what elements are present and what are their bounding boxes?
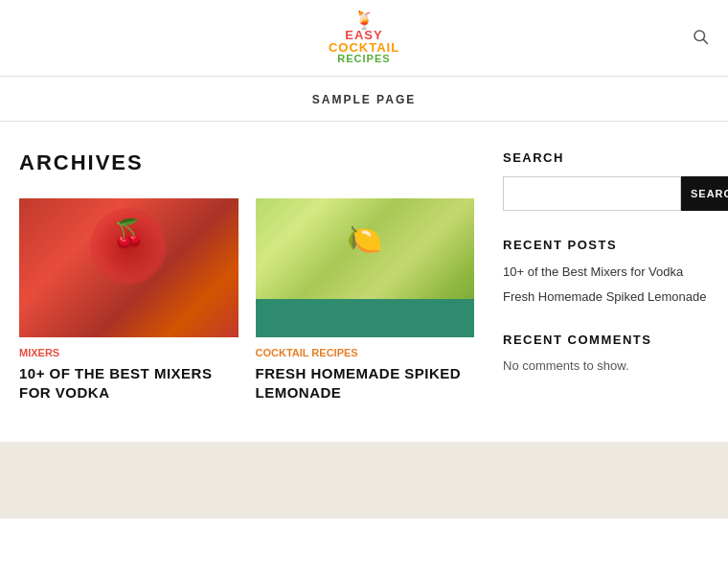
post-category: Mixers (19, 347, 239, 358)
no-comments-text: No comments to show. (503, 358, 709, 373)
post-title[interactable]: 10+ OF THE BEST MIXERS FOR VODKA (19, 364, 239, 403)
recent-post-link[interactable]: Fresh Homemade Spiked Lemonade (503, 288, 709, 306)
post-card: Mixers 10+ OF THE BEST MIXERS FOR VODKA (19, 198, 239, 403)
post-card: Cocktail Recipes FRESH HOMEMADE SPIKED L… (256, 198, 475, 403)
post-title[interactable]: FRESH HOMEMADE SPIKED LEMONADE (256, 364, 475, 403)
search-input[interactable] (503, 176, 681, 211)
recent-posts-title: RECENT POSTS (503, 238, 709, 252)
nav-sample-page[interactable]: SAMPLE PAGE (312, 93, 416, 106)
header-search-icon[interactable] (692, 28, 709, 49)
svg-line-1 (703, 39, 707, 43)
sidebar: Search SEARCH RECENT POSTS 10+ of the Be… (503, 150, 709, 403)
content-area: ARCHIVES Mixers 10+ OF THE BEST MIXERS F… (19, 150, 474, 403)
search-label: Search (503, 150, 709, 165)
recent-posts-section: RECENT POSTS 10+ of the Best Mixers for … (503, 238, 709, 306)
site-footer (0, 442, 728, 518)
search-form: SEARCH (503, 176, 709, 211)
search-button[interactable]: SEARCH (681, 176, 728, 211)
site-header: 🍹 EASY COCKTAIL RECIPES (0, 0, 728, 77)
post-image-red-drink[interactable] (19, 198, 239, 337)
sidebar-search-section: Search SEARCH (503, 150, 709, 211)
posts-grid: Mixers 10+ OF THE BEST MIXERS FOR VODKA … (19, 198, 474, 403)
recent-post-link[interactable]: 10+ of the Best Mixers for Vodka (503, 264, 709, 281)
post-image-lemonade[interactable] (256, 198, 475, 337)
site-logo[interactable]: 🍹 EASY COCKTAIL RECIPES (329, 12, 399, 64)
archives-title: ARCHIVES (19, 150, 474, 175)
logo-recipes-text: RECIPES (337, 54, 390, 64)
recent-comments-section: RECENT COMMENTS No comments to show. (503, 333, 709, 373)
logo-icon: 🍹 (353, 12, 375, 29)
recent-comments-title: RECENT COMMENTS (503, 333, 709, 347)
main-container: ARCHIVES Mixers 10+ OF THE BEST MIXERS F… (0, 122, 728, 432)
post-category: Cocktail Recipes (256, 347, 475, 358)
main-nav: SAMPLE PAGE (0, 77, 728, 122)
